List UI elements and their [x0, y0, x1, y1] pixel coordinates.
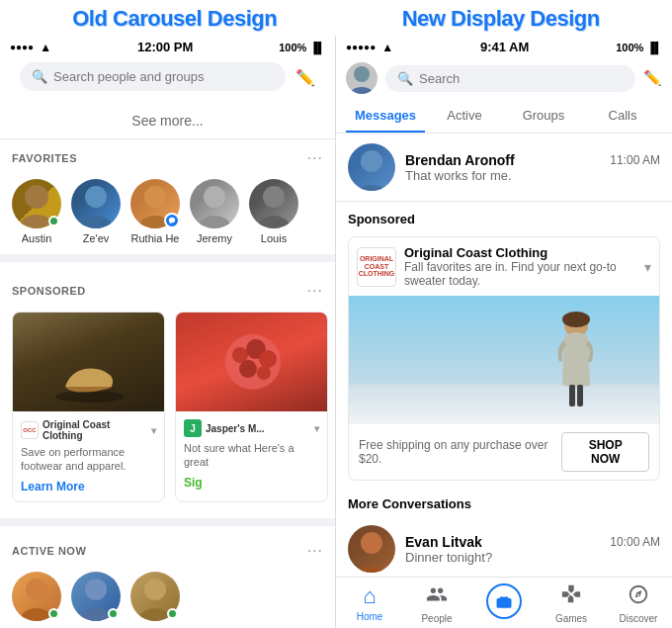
tab-groups[interactable]: Groups	[504, 100, 583, 133]
active-row	[0, 566, 335, 627]
msg-preview-evan: Dinner tonight?	[405, 550, 660, 565]
tab-active[interactable]: Active	[425, 100, 504, 133]
favorite-item-zeev[interactable]: Ze'ev	[71, 179, 121, 244]
right-search-bar[interactable]: 🔍	[385, 65, 635, 92]
user-avatar-sm[interactable]	[346, 62, 378, 94]
msg-name-row-brendan: Brendan Aronoff 11:00 AM	[405, 152, 660, 168]
nav-item-games[interactable]: Games	[538, 583, 605, 624]
message-row-evan[interactable]: Evan Litvak 10:00 AM Dinner tonight?	[336, 515, 672, 577]
favorite-item-louis[interactable]: Louis	[249, 179, 298, 244]
left-header-title: Old Carousel Design	[72, 6, 277, 32]
header-bar: Old Carousel Design New Display Design	[0, 0, 672, 36]
favorite-name-louis: Louis	[261, 232, 287, 244]
tab-messages[interactable]: Messages	[346, 100, 425, 133]
right-ad-text: Original Coast Clothing Fall favorites a…	[404, 245, 636, 288]
favorite-name-austin: Austin	[22, 232, 52, 244]
tabs: Messages Active Groups Calls	[336, 100, 672, 134]
active-dot-1	[48, 608, 59, 619]
right-ad-card-occ[interactable]: ORIGINALCOASTCLOTHING Original Coast Clo…	[348, 236, 660, 481]
favorite-name-ruthia: Ruthia He	[131, 232, 180, 244]
svg-point-14	[259, 350, 277, 368]
right-ad-header: ORIGINALCOASTCLOTHING Original Coast Clo…	[349, 237, 659, 296]
right-time: 9:41 AM	[480, 40, 529, 54]
sponsored-more[interactable]: ···	[307, 282, 323, 300]
svg-point-6	[204, 186, 225, 208]
card-desc-jasper: Not sure what Here's a great	[184, 441, 319, 470]
right-ad-chevron[interactable]: ▾	[644, 259, 651, 275]
right-ad-footer: Free shipping on any purchase over $20. …	[349, 424, 659, 480]
sponsored-card-jasper[interactable]: J Jasper's M... ▾ Not sure what Here's a…	[175, 312, 328, 502]
left-search-row: 🔍 ✏️	[0, 58, 335, 103]
active-avatar-1[interactable]	[12, 572, 61, 621]
nav-item-home[interactable]: ⌂ Home	[336, 583, 403, 624]
active-avatar-2[interactable]	[71, 572, 121, 621]
avatar-wrap-austin	[12, 179, 61, 228]
nav-item-camera[interactable]	[470, 583, 538, 624]
card-chevron-jasper: ▾	[314, 423, 319, 434]
active-dot-3	[167, 608, 178, 619]
right-sponsored-header: Sponsored	[336, 201, 672, 230]
discover-label: Discover	[620, 613, 658, 624]
camera-circle-button[interactable]	[486, 583, 522, 619]
msg-info-brendan: Brendan Aronoff 11:00 AM That works for …	[405, 152, 660, 183]
avatar-wrap-zeev	[71, 179, 121, 228]
svg-point-23	[354, 66, 370, 82]
msg-preview-brendan: That works for me.	[405, 168, 660, 183]
favorite-item-ruthia[interactable]: Ruthia He	[130, 179, 180, 244]
see-more-label[interactable]: See more...	[0, 103, 335, 139]
search-icon: 🔍	[32, 69, 47, 84]
right-battery: 100% ▐▌	[616, 42, 662, 53]
favorite-item-austin[interactable]: Austin	[12, 179, 61, 244]
discover-icon	[628, 583, 649, 611]
right-search-icon: 🔍	[397, 71, 413, 86]
left-battery: 100% ▐▌	[279, 42, 325, 53]
favorites-more[interactable]: ···	[307, 149, 323, 167]
nav-item-discover[interactable]: Discover	[605, 583, 672, 624]
sponsored-card-occ[interactable]: OCC Original Coast Clothing ▾ Save on pe…	[12, 312, 165, 502]
right-occ-logo: ORIGINALCOASTCLOTHING	[357, 247, 396, 287]
svg-point-7	[198, 216, 231, 228]
message-row-brendan[interactable]: Brendan Aronoff 11:00 AM That works for …	[336, 134, 672, 201]
svg-point-19	[85, 579, 107, 600]
card-brand-jasper: J Jasper's M... ▾	[184, 419, 319, 437]
right-search-row: 🔍 ✏️	[336, 58, 672, 100]
tab-calls[interactable]: Calls	[583, 100, 662, 133]
active-now-title: ACTIVE NOW	[12, 545, 86, 557]
favorite-item-jeremy[interactable]: Jeremy	[190, 179, 239, 244]
avatar-brendan	[348, 143, 395, 191]
shop-now-button[interactable]: SHOP NOW	[561, 432, 649, 472]
left-search-bar[interactable]: 🔍	[20, 62, 286, 91]
card-img-food	[176, 313, 328, 411]
home-label: Home	[357, 611, 383, 622]
compose-icon[interactable]: ✏️	[295, 68, 315, 87]
active-now-more[interactable]: ···	[307, 542, 323, 560]
left-search-input[interactable]	[53, 69, 274, 84]
right-status-bar: ●●●●● ▲ 9:41 AM 100% ▐▌	[336, 36, 672, 58]
left-panel: ●●●● ▲ 12:00 PM 100% ▐▌ 🔍 ✏️ See more...…	[0, 36, 336, 628]
msg-info-evan: Evan Litvak 10:00 AM Dinner tonight?	[405, 534, 660, 565]
right-compose-icon[interactable]: ✏️	[643, 69, 662, 87]
svg-point-16	[257, 366, 271, 380]
svg-point-30	[562, 312, 590, 327]
sign-up-button[interactable]: Sig	[184, 476, 319, 490]
active-dot-2	[108, 608, 119, 619]
favorites-row: Austin Ze'ev	[0, 173, 335, 254]
signal-dots: ●●●● ▲	[10, 41, 51, 54]
nav-item-people[interactable]: People	[403, 583, 470, 624]
right-signal: ●●●●● ▲	[346, 41, 393, 54]
card-body-occ: OCC Original Coast Clothing ▾ Save on pe…	[13, 411, 164, 501]
msg-time-evan: 10:00 AM	[610, 535, 660, 549]
occ-logo-sm: OCC	[21, 421, 39, 439]
sponsored-cards: OCC Original Coast Clothing ▾ Save on pe…	[0, 306, 335, 508]
left-status-bar: ●●●● ▲ 12:00 PM 100% ▐▌	[0, 36, 335, 58]
messenger-badge-ruthia	[164, 213, 180, 228]
sponsored-title: SPONSORED	[12, 285, 86, 297]
svg-rect-31	[569, 385, 575, 406]
active-avatar-3[interactable]	[130, 572, 180, 621]
bottom-nav: ⌂ Home People	[336, 577, 672, 628]
right-content: Brendan Aronoff 11:00 AM That works for …	[336, 134, 672, 577]
right-ad-image	[349, 296, 659, 424]
right-search-input[interactable]	[419, 71, 624, 86]
learn-more-button[interactable]: Learn More	[21, 480, 156, 493]
svg-point-24	[348, 87, 376, 94]
